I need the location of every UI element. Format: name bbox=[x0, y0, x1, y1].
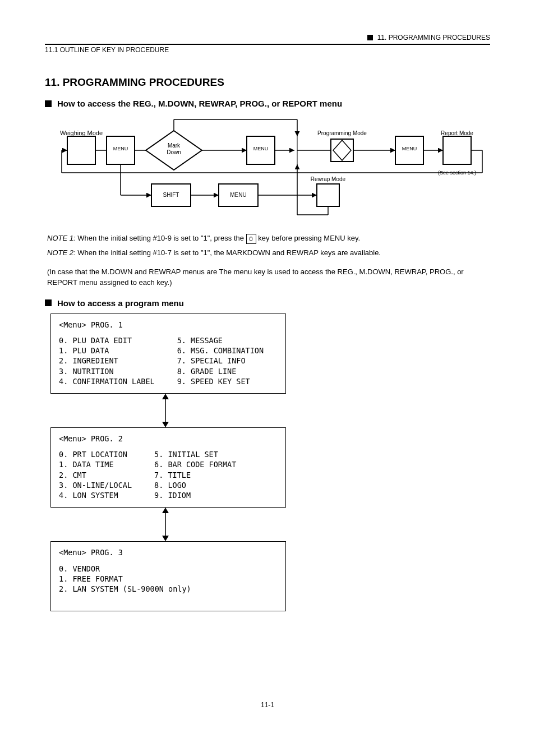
header-rule bbox=[45, 44, 490, 45]
menu2-left-3: 3. ON-LINE/LOCAL bbox=[59, 480, 132, 490]
menu2-title: <Menu> PROG. 2 bbox=[59, 434, 278, 444]
bullet-icon bbox=[45, 299, 52, 306]
svg-text:Down: Down bbox=[167, 149, 181, 155]
subhead-program-menu: How to access a program menu bbox=[57, 298, 184, 308]
menu2-right-4: 9. IDIOM bbox=[154, 490, 236, 500]
double-arrow-icon bbox=[157, 508, 174, 541]
description: (In case that the M.DOWN and REWRAP menu… bbox=[47, 267, 473, 288]
double-arrow-icon bbox=[157, 394, 174, 427]
menu2-left-4: 4. LON SYSTEM bbox=[59, 490, 132, 500]
header-sub: 11.1 OUTLINE OF KEY IN PROCEDURE bbox=[45, 46, 490, 54]
svg-text:MENU: MENU bbox=[253, 146, 269, 151]
svg-marker-52 bbox=[162, 536, 169, 541]
menu3-left-0: 0. VENDOR bbox=[59, 564, 278, 574]
svg-rect-42 bbox=[317, 184, 339, 206]
subhead-access-menu: How to access the REG., M.DOWN, REWRAP, … bbox=[57, 99, 342, 108]
svg-text:Mark: Mark bbox=[168, 142, 181, 149]
page-number: 11-1 bbox=[45, 701, 490, 709]
menu2-right-2: 7. TITLE bbox=[154, 470, 236, 480]
svg-text:Report Mode: Report Mode bbox=[441, 130, 473, 136]
menu3-title: <Menu> PROG. 3 bbox=[59, 547, 278, 557]
flowchart: Weighing Mode MENU Mark Down MENU Progra… bbox=[50, 114, 488, 232]
menu1-right-0: 5. MESSAGE bbox=[177, 335, 264, 345]
menu2-right-0: 5. INITIAL SET bbox=[154, 449, 236, 459]
menu1-right-3: 8. GRADE LINE bbox=[177, 366, 264, 376]
svg-rect-0 bbox=[367, 35, 373, 40]
menu3-left-2: 2. LAN SYSTEM (SL-9000N only) bbox=[59, 584, 278, 594]
menu1-left-0: 0. PLU DATA EDIT bbox=[59, 335, 155, 345]
menu1-left-3: 3. NUTRITION bbox=[59, 366, 155, 376]
menu1-right-4: 9. SPEED KEY SET bbox=[177, 376, 264, 386]
note1: NOTE 1: When the initial setting #10-9 i… bbox=[47, 234, 490, 244]
menu1-left-2: 2. INGREDIENT bbox=[59, 356, 155, 366]
bullet-icon bbox=[45, 100, 52, 107]
menu1-right-2: 7. SPECIAL INFO bbox=[177, 356, 264, 366]
menu2-left-0: 0. PRT LOCATION bbox=[59, 449, 132, 459]
svg-text:SHIFT: SHIFT bbox=[163, 192, 179, 198]
zero-key-icon: 0 bbox=[246, 234, 256, 244]
svg-rect-1 bbox=[67, 136, 95, 164]
svg-rect-17 bbox=[331, 139, 353, 162]
menu3-left-1: 1. FREE FORMAT bbox=[59, 574, 278, 584]
svg-marker-18 bbox=[333, 140, 351, 160]
note2: NOTE 2: When the initial setting #10-7 i… bbox=[47, 248, 490, 257]
svg-text:MENU: MENU bbox=[230, 192, 246, 198]
svg-marker-51 bbox=[162, 508, 169, 513]
menu-prog-1: <Menu> PROG. 1 0. PLU DATA EDIT 1. PLU D… bbox=[50, 314, 286, 394]
menu2-right-1: 6. BAR CODE FORMAT bbox=[154, 459, 236, 469]
svg-text:Programming Mode: Programming Mode bbox=[317, 130, 367, 136]
svg-text:Rewrap Mode: Rewrap Mode bbox=[311, 176, 346, 182]
menu-prog-3: <Menu> PROG. 3 0. VENDOR 1. FREE FORMAT … bbox=[50, 541, 286, 611]
menu2-right-3: 8. LOGO bbox=[154, 480, 236, 490]
menu1-title: <Menu> PROG. 1 bbox=[59, 320, 278, 330]
svg-marker-48 bbox=[162, 394, 169, 399]
menu-prog-2: <Menu> PROG. 2 0. PRT LOCATION 1. DATA T… bbox=[50, 427, 286, 508]
menu2-left-2: 2. CMT bbox=[59, 470, 132, 480]
svg-marker-49 bbox=[162, 422, 169, 427]
svg-rect-25 bbox=[443, 136, 471, 164]
menu1-left-4: 4. CONFIRMATION LABEL bbox=[59, 376, 155, 386]
menu2-left-1: 1. DATA TIME bbox=[59, 459, 132, 469]
svg-text:Weighing Mode: Weighing Mode bbox=[60, 130, 103, 136]
menu1-left-1: 1. PLU DATA bbox=[59, 345, 155, 356]
section-title: 11. PROGRAMMING PROCEDURES bbox=[45, 76, 490, 89]
header-right: 11. PROGRAMMING PROCEDURES bbox=[377, 34, 490, 42]
menu1-right-1: 6. MSG. COMBINATION bbox=[177, 345, 264, 356]
svg-text:MENU: MENU bbox=[402, 146, 417, 151]
svg-text:MENU: MENU bbox=[113, 146, 128, 151]
